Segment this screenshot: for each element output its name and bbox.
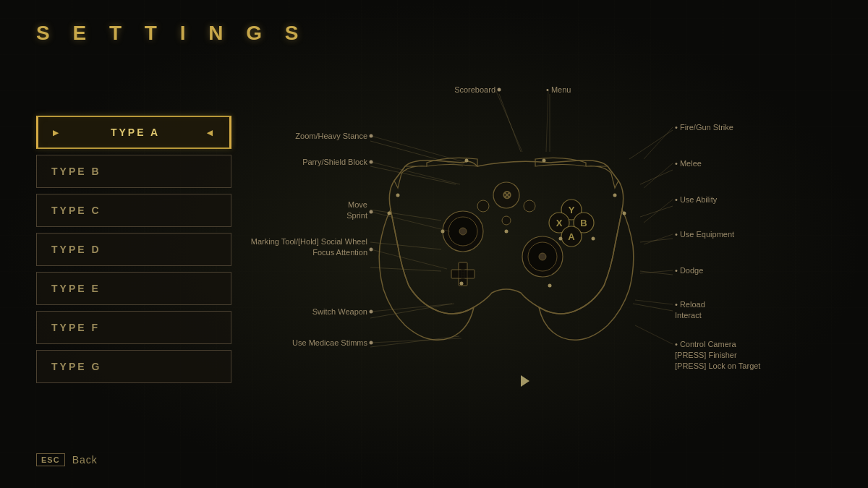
dodge-label: • Dodge	[675, 266, 703, 275]
svg-text:⊗: ⊗	[502, 189, 511, 201]
reload-label: • Reload	[675, 300, 705, 309]
menu-label: • Menu	[546, 85, 571, 94]
svg-line-10	[640, 239, 673, 242]
mouse-cursor	[521, 375, 529, 387]
interact-label: Interact	[675, 311, 702, 320]
back-label[interactable]: Back	[72, 454, 98, 466]
svg-point-51	[498, 88, 501, 92]
svg-point-18	[524, 200, 535, 212]
svg-point-19	[502, 216, 511, 225]
svg-point-47	[505, 230, 509, 234]
esc-key: ESC	[36, 453, 65, 466]
svg-line-63	[635, 300, 673, 304]
svg-line-2	[370, 210, 441, 221]
svg-line-67	[371, 212, 450, 231]
svg-line-60	[644, 200, 673, 223]
medicae-label: Use Medicae Stimms	[292, 338, 367, 347]
zoom-label: Zoom/Heavy Stance	[295, 132, 367, 140]
type-e-button[interactable]: TYPE E	[36, 272, 231, 305]
page-title: S E T T I N G S	[36, 22, 307, 45]
switch-weapon-label: Switch Weapon	[312, 307, 367, 316]
type-b-button[interactable]: TYPE B	[36, 155, 231, 188]
svg-point-43	[388, 212, 391, 215]
svg-point-41	[396, 194, 400, 197]
back-section: ESC Back	[36, 453, 98, 466]
svg-point-48	[548, 284, 552, 288]
svg-line-0	[370, 141, 463, 166]
svg-point-40	[542, 159, 546, 163]
svg-line-9	[640, 206, 673, 217]
svg-line-6	[370, 336, 459, 347]
svg-line-12	[633, 304, 673, 311]
svg-line-64	[635, 325, 673, 344]
svg-text:Y: Y	[569, 205, 575, 215]
svg-rect-27	[459, 270, 467, 278]
controller-area: ⊗	[239, 58, 854, 445]
svg-line-58	[644, 127, 673, 159]
type-f-button[interactable]: TYPE F	[36, 311, 231, 344]
finisher-label: [PRESS] Finisher	[675, 351, 737, 359]
sprint-label: Sprint	[346, 211, 367, 220]
type-list: TYPE A TYPE B TYPE C TYPE D TYPE E TYPE …	[36, 116, 231, 383]
ability-label: • Use Ability	[675, 195, 718, 204]
svg-text:A: A	[568, 231, 575, 242]
type-c-button[interactable]: TYPE C	[36, 194, 231, 227]
svg-line-59	[644, 163, 673, 188]
svg-point-50	[592, 237, 595, 241]
scoreboard-label: Scoreboard	[454, 85, 495, 94]
svg-point-17	[477, 200, 489, 212]
svg-line-68	[371, 249, 447, 269]
type-g-button[interactable]: TYPE G	[36, 350, 231, 383]
svg-line-71	[495, 90, 522, 152]
svg-text:X: X	[556, 218, 563, 228]
controller-body: ⊗	[379, 158, 634, 340]
svg-line-66	[371, 162, 460, 184]
svg-line-70	[371, 338, 461, 343]
svg-line-5	[370, 304, 452, 318]
svg-line-65	[371, 136, 467, 163]
svg-line-3	[370, 242, 441, 249]
lockon-label: [PRESS] Lock on Target	[675, 361, 760, 370]
svg-point-39	[465, 159, 469, 163]
svg-line-4	[370, 267, 441, 271]
svg-point-44	[623, 212, 626, 215]
svg-line-72	[546, 90, 548, 152]
melee-label: • Melee	[675, 159, 702, 168]
equipment-label: • Use Equipment	[675, 230, 734, 239]
type-d-button[interactable]: TYPE D	[36, 233, 231, 266]
svg-point-46	[460, 282, 464, 286]
camera-label: • Control Camera	[675, 340, 736, 348]
fire-label: • Fire/Gun Strike	[675, 123, 733, 132]
svg-point-30	[539, 253, 546, 260]
marking-label: Marking Tool/[Hold] Social Wheel	[251, 237, 367, 246]
svg-point-49	[559, 237, 563, 241]
parry-label: Parry/Shield Block	[302, 158, 367, 166]
svg-line-1	[370, 166, 456, 184]
move-label: Move	[348, 200, 367, 209]
page-container: S E T T I N G S TYPE A TYPE B TYPE C TYP…	[0, 0, 868, 488]
svg-point-22	[459, 228, 467, 235]
svg-text:B: B	[580, 218, 587, 228]
type-a-button[interactable]: TYPE A	[36, 116, 231, 149]
focus-label: Focus Attention	[312, 248, 367, 257]
svg-point-42	[613, 194, 617, 197]
